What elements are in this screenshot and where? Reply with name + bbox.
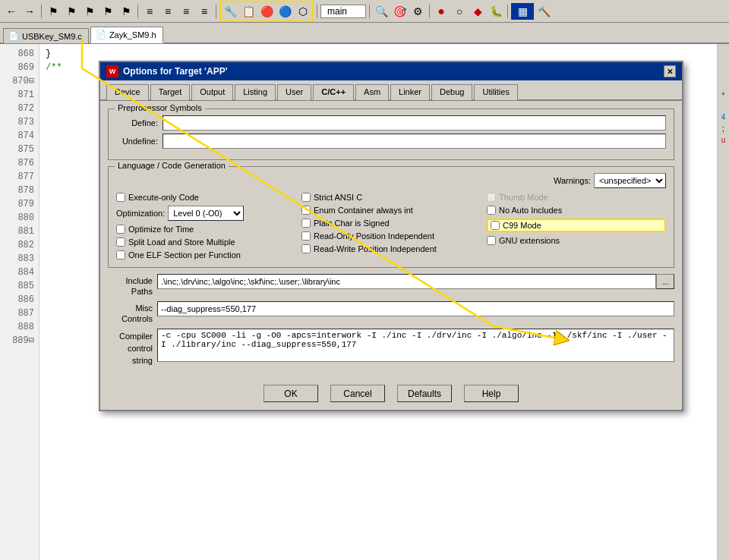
misc-controls-input[interactable] bbox=[157, 301, 674, 316]
preprocessor-title: Preprocessor Symbols bbox=[115, 103, 205, 112]
dialog-footer: OK Cancel Defaults Help bbox=[100, 379, 682, 410]
gnu-extensions-check[interactable] bbox=[487, 236, 496, 245]
toolbar-search[interactable]: 🔍 bbox=[373, 3, 390, 20]
scroll-markers: + 4 ; u bbox=[717, 44, 729, 560]
one-elf-label: One ELF Section per Function bbox=[128, 250, 241, 260]
include-paths-input[interactable] bbox=[157, 274, 656, 289]
toolbar-special3[interactable]: 🔴 bbox=[258, 3, 275, 20]
dialog-tab-linker[interactable]: Linker bbox=[390, 84, 430, 100]
optimization-select[interactable]: Level 0 (-O0) bbox=[168, 206, 244, 221]
include-paths-row: Include Paths ... bbox=[108, 274, 674, 297]
compiler-string-row: Compiler control string -c -cpu SC000 -l… bbox=[108, 329, 674, 367]
toolbar-target2[interactable]: ⚙ bbox=[409, 3, 426, 20]
enum-container-check[interactable] bbox=[301, 206, 311, 215]
include-paths-browse[interactable]: ... bbox=[656, 274, 674, 289]
c99-mode-label: C99 Mode bbox=[503, 221, 541, 230]
undefine-label: Undefine: bbox=[116, 137, 158, 146]
split-load-check[interactable] bbox=[116, 238, 125, 247]
tab-label-1: USBKey_SM9.c bbox=[22, 32, 82, 41]
toolbar-sep-6 bbox=[429, 5, 430, 18]
compiler-string-label: Compiler control string bbox=[108, 329, 157, 367]
forward-btn[interactable]: → bbox=[21, 3, 38, 20]
strict-ansi-check[interactable] bbox=[301, 193, 311, 202]
dialog-tabs: Device Target Output Listing User C/C++ … bbox=[100, 80, 682, 101]
toolbar-settings[interactable]: 🔨 bbox=[535, 3, 552, 20]
toolbar-flag1[interactable]: ⚑ bbox=[45, 3, 62, 20]
strict-ansi-label: Strict ANSI C bbox=[314, 193, 362, 202]
warnings-select[interactable]: <unspecified> bbox=[594, 173, 666, 188]
dialog-tab-listing[interactable]: Listing bbox=[235, 84, 276, 100]
define-input[interactable] bbox=[163, 115, 666, 131]
enum-container-checkbox: Enum Container always int bbox=[301, 206, 481, 215]
main-toolbar: ← → ⚑ ⚑ ⚑ ⚑ ⚑ ≡ ≡ ≡ ≡ 🔧 📋 🔴 🔵 ⬡ main 🔍 🎯… bbox=[0, 0, 729, 23]
no-auto-check[interactable] bbox=[487, 206, 496, 215]
dialog-content: Preprocessor Symbols Define: Undefine: L… bbox=[100, 101, 682, 379]
define-row: Define: bbox=[116, 115, 666, 131]
toolbar-debug[interactable]: 🐛 bbox=[488, 3, 504, 20]
c99-mode-checkbox: C99 Mode bbox=[487, 219, 666, 232]
dialog-close-btn[interactable]: ✕ bbox=[664, 65, 676, 77]
toolbar-special1[interactable]: 🔧 bbox=[222, 3, 238, 20]
dialog-tab-asm[interactable]: Asm bbox=[355, 84, 389, 100]
read-write-pos-check[interactable] bbox=[301, 244, 311, 253]
dialog-tab-utilities[interactable]: Utilities bbox=[474, 84, 517, 100]
toolbar-list4[interactable]: ≡ bbox=[196, 3, 213, 20]
toolbar-flag3[interactable]: ⚑ bbox=[81, 3, 98, 20]
toolbar-special2[interactable]: 📋 bbox=[240, 3, 257, 20]
optimize-time-check[interactable] bbox=[116, 225, 125, 234]
toolbar-run-stop[interactable]: ● bbox=[433, 3, 450, 20]
thumb-mode-check[interactable] bbox=[487, 193, 496, 202]
toolbar-run-circle[interactable]: ○ bbox=[451, 3, 468, 20]
plain-char-check[interactable] bbox=[301, 219, 311, 228]
toolbar-sep-2 bbox=[137, 5, 138, 18]
help-button[interactable]: Help bbox=[464, 385, 519, 402]
tab-zayk[interactable]: 📄 Zayk_SM9.h bbox=[90, 27, 163, 43]
define-label: Define: bbox=[116, 118, 158, 127]
toolbar-sep-4 bbox=[317, 5, 317, 18]
gnu-extensions-checkbox: GNU extensions bbox=[487, 236, 666, 245]
execute-only-check[interactable] bbox=[116, 193, 125, 202]
language-title: Language / Code Generation bbox=[115, 161, 229, 170]
undefine-input[interactable] bbox=[163, 134, 666, 149]
dialog-tab-target[interactable]: Target bbox=[150, 84, 191, 100]
tab-label-2: Zayk_SM9.h bbox=[109, 30, 156, 39]
cancel-button[interactable]: Cancel bbox=[330, 385, 385, 402]
dialog-tab-user[interactable]: User bbox=[277, 84, 311, 100]
toolbar-special5[interactable]: ⬡ bbox=[295, 3, 311, 20]
tab-usbkey[interactable]: 📄 USBKey_SM9.c bbox=[3, 28, 89, 43]
toolbar-view[interactable]: ▦ bbox=[511, 3, 534, 20]
dialog-tab-device[interactable]: Device bbox=[106, 84, 149, 100]
dialog-tab-debug[interactable]: Debug bbox=[431, 84, 472, 100]
toolbar-list2[interactable]: ≡ bbox=[159, 3, 176, 20]
back-btn[interactable]: ← bbox=[3, 3, 20, 20]
one-elf-check[interactable] bbox=[116, 250, 125, 260]
toolbar-title: main bbox=[320, 5, 366, 18]
compiler-string-textarea[interactable]: -c -cpu SC000 -li -g -O0 -apcs=interwork… bbox=[157, 329, 674, 362]
dialog-titlebar: W Options for Target 'APP' ✕ bbox=[100, 62, 682, 80]
thumb-mode-label: Thumb Mode bbox=[499, 193, 548, 202]
toolbar-list1[interactable]: ≡ bbox=[141, 3, 158, 20]
ok-button[interactable]: OK bbox=[264, 385, 318, 402]
toolbar-flag4[interactable]: ⚑ bbox=[99, 3, 116, 20]
toolbar-flag5[interactable]: ⚑ bbox=[118, 3, 134, 20]
c99-mode-check[interactable] bbox=[491, 221, 500, 230]
defaults-button[interactable]: Defaults bbox=[397, 385, 452, 402]
toolbar-special4[interactable]: 🔵 bbox=[276, 3, 293, 20]
toolbar-flag2[interactable]: ⚑ bbox=[63, 3, 80, 20]
tab-icon-2: 📄 bbox=[96, 30, 106, 39]
optimization-label: Optimization: bbox=[116, 209, 165, 218]
toolbar-run-play[interactable]: ◆ bbox=[469, 3, 486, 20]
toolbar-target1[interactable]: 🎯 bbox=[391, 3, 408, 20]
dialog-title: Options for Target 'APP' bbox=[123, 66, 228, 77]
read-only-pos-checkbox: Read-Only Position Independent bbox=[301, 231, 481, 241]
dialog-tab-cpp[interactable]: C/C++ bbox=[313, 84, 354, 100]
one-elf-checkbox: One ELF Section per Function bbox=[116, 250, 295, 260]
read-only-pos-check[interactable] bbox=[301, 231, 311, 241]
toolbar-list3[interactable]: ≡ bbox=[178, 3, 194, 20]
optimize-time-checkbox: Optimize for Time bbox=[116, 225, 295, 234]
tabs-bar: 📄 USBKey_SM9.c 📄 Zayk_SM9.h bbox=[0, 23, 729, 44]
read-write-pos-checkbox: Read-Write Position Independent bbox=[301, 244, 481, 253]
strict-ansi-checkbox: Strict ANSI C bbox=[301, 193, 481, 202]
execute-only-label: Execute-only Code bbox=[128, 193, 199, 202]
dialog-tab-output[interactable]: Output bbox=[191, 84, 233, 100]
